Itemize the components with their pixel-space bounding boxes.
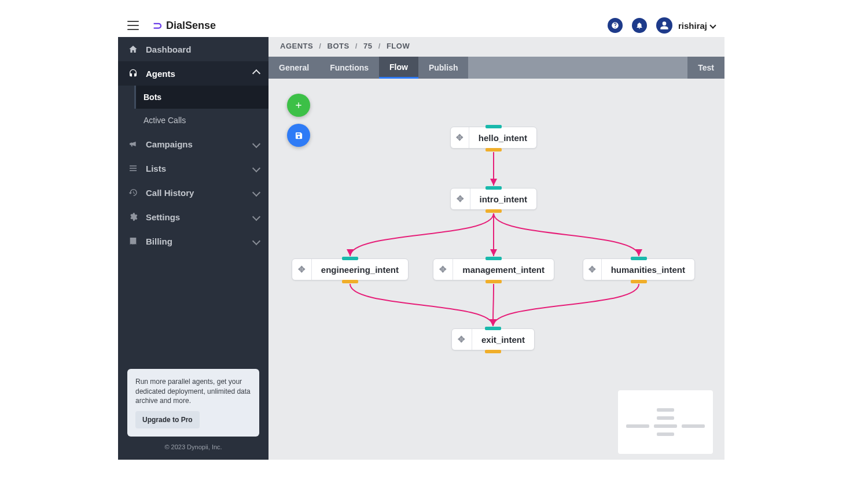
tab-general[interactable]: General xyxy=(269,57,319,79)
help-icon xyxy=(611,21,619,29)
flow-node-exit[interactable]: ✥exit_intent xyxy=(451,328,535,350)
node-output-handle[interactable] xyxy=(342,280,358,283)
node-input-handle[interactable] xyxy=(342,257,358,260)
node-label: hello_intent xyxy=(469,127,536,148)
main: AGENTS / BOTS / 75 / FLOW General Functi… xyxy=(269,37,724,460)
edge-management-exit xyxy=(493,284,494,326)
sidebar-item-label: Settings xyxy=(146,212,253,222)
megaphone-icon xyxy=(127,139,139,149)
sidebar-item-label: Agents xyxy=(146,69,253,79)
flow-node-management[interactable]: ✥management_intent xyxy=(433,258,554,280)
node-input-handle[interactable] xyxy=(631,257,647,260)
tab-test[interactable]: Test xyxy=(687,57,724,79)
move-icon[interactable]: ✥ xyxy=(583,259,602,280)
nav: Dashboard Agents Bots xyxy=(118,37,269,253)
avatar-icon xyxy=(656,17,672,34)
crumb[interactable]: BOTS xyxy=(328,42,350,50)
sidebar-item-campaigns[interactable]: Campaigns xyxy=(118,132,269,156)
move-icon[interactable]: ✥ xyxy=(452,329,472,350)
sidebar-item-settings[interactable]: Settings xyxy=(118,205,269,229)
breadcrumb-separator: / xyxy=(319,42,321,50)
sidebar-item-label: Call History xyxy=(146,188,253,198)
history-icon xyxy=(127,188,139,197)
sidebar-item-label: Bots xyxy=(144,93,259,102)
chevron-down-icon xyxy=(252,237,260,245)
plus-icon xyxy=(294,101,303,110)
user-menu[interactable]: rishiraj xyxy=(656,17,715,34)
node-label: humanities_intent xyxy=(602,259,694,280)
move-icon[interactable]: ✥ xyxy=(451,188,470,209)
flow-node-hello[interactable]: ✥hello_intent xyxy=(450,127,537,149)
node-label: intro_intent xyxy=(470,188,537,209)
edge-intro-humanities xyxy=(494,213,639,256)
node-input-handle[interactable] xyxy=(485,327,501,330)
flow-node-humanities[interactable]: ✥humanities_intent xyxy=(583,258,695,280)
brand-mark-icon: ⊃ xyxy=(153,19,163,32)
sidebar-item-billing[interactable]: Billing xyxy=(118,229,269,253)
sidebar-item-active-calls[interactable]: Active Calls xyxy=(134,109,269,132)
brand-name: DialSense xyxy=(166,20,216,32)
node-input-handle[interactable] xyxy=(486,125,502,128)
sidebar-item-label: Lists xyxy=(146,164,253,173)
breadcrumb-separator: / xyxy=(355,42,358,50)
move-icon[interactable]: ✥ xyxy=(433,259,453,280)
sidebar-item-agents[interactable]: Agents xyxy=(118,61,269,86)
chevron-down-icon xyxy=(709,22,716,28)
flow-node-intro[interactable]: ✥intro_intent xyxy=(450,188,537,210)
breadcrumb-separator: / xyxy=(378,42,381,50)
user-name: rishiraj xyxy=(678,21,707,31)
move-icon[interactable]: ✥ xyxy=(292,259,312,280)
home-icon xyxy=(127,45,139,54)
sidebar-item-lists[interactable]: Lists xyxy=(118,156,269,180)
node-output-handle[interactable] xyxy=(486,280,502,283)
flow-canvas[interactable]: ✥hello_intent✥intro_intent✥engineering_i… xyxy=(269,79,724,460)
brand[interactable]: ⊃ DialSense xyxy=(153,19,216,32)
sidebar-item-call-history[interactable]: Call History xyxy=(118,180,269,205)
save-icon xyxy=(295,131,303,140)
sidebar-item-dashboard[interactable]: Dashboard xyxy=(118,37,269,61)
node-label: management_intent xyxy=(453,259,554,280)
sidebar-item-label: Dashboard xyxy=(146,45,259,54)
crumb[interactable]: 75 xyxy=(363,42,372,50)
move-icon[interactable]: ✥ xyxy=(451,127,469,148)
node-label: exit_intent xyxy=(472,329,534,350)
chevron-down-icon xyxy=(252,188,260,197)
add-node-button[interactable] xyxy=(287,94,310,117)
chevron-down-icon xyxy=(252,164,260,172)
upgrade-button[interactable]: Upgrade to Pro xyxy=(135,411,200,428)
node-output-handle[interactable] xyxy=(486,148,502,151)
edge-humanities-exit xyxy=(493,284,639,326)
help-button[interactable] xyxy=(608,18,623,33)
node-output-handle[interactable] xyxy=(631,280,647,283)
node-input-handle[interactable] xyxy=(486,186,502,190)
node-output-handle[interactable] xyxy=(485,350,501,353)
chevron-down-icon xyxy=(252,213,260,221)
node-label: engineering_intent xyxy=(312,259,408,280)
billing-icon xyxy=(127,236,139,246)
edge-engineering-exit xyxy=(350,284,493,326)
sidebar-item-bots[interactable]: Bots xyxy=(134,86,269,109)
tab-functions[interactable]: Functions xyxy=(319,57,379,79)
tabs: General Functions Flow Publish Test xyxy=(269,57,724,79)
header: ⊃ DialSense rishiraj xyxy=(118,14,724,37)
sidebar-item-label: Campaigns xyxy=(146,139,253,149)
bell-icon xyxy=(635,21,643,29)
notifications-button[interactable] xyxy=(632,18,647,33)
minimap[interactable] xyxy=(618,390,713,454)
promo-text: Run more parallel agents, get your dedic… xyxy=(135,377,251,405)
menu-icon[interactable] xyxy=(127,21,139,30)
sidebar-item-label: Active Calls xyxy=(144,116,259,125)
tab-publish[interactable]: Publish xyxy=(418,57,469,79)
sidebar: Dashboard Agents Bots xyxy=(118,37,269,460)
tab-flow[interactable]: Flow xyxy=(379,57,418,79)
breadcrumb: AGENTS / BOTS / 75 / FLOW xyxy=(269,37,724,57)
crumb[interactable]: AGENTS xyxy=(280,42,313,50)
node-output-handle[interactable] xyxy=(486,209,502,213)
flow-node-engineering[interactable]: ✥engineering_intent xyxy=(292,258,409,280)
copyright: © 2023 Dynopii, Inc. xyxy=(127,443,259,450)
save-button[interactable] xyxy=(287,124,310,147)
list-icon xyxy=(127,164,139,173)
chevron-down-icon xyxy=(252,140,260,148)
settings-icon xyxy=(127,212,139,221)
node-input-handle[interactable] xyxy=(486,257,502,260)
